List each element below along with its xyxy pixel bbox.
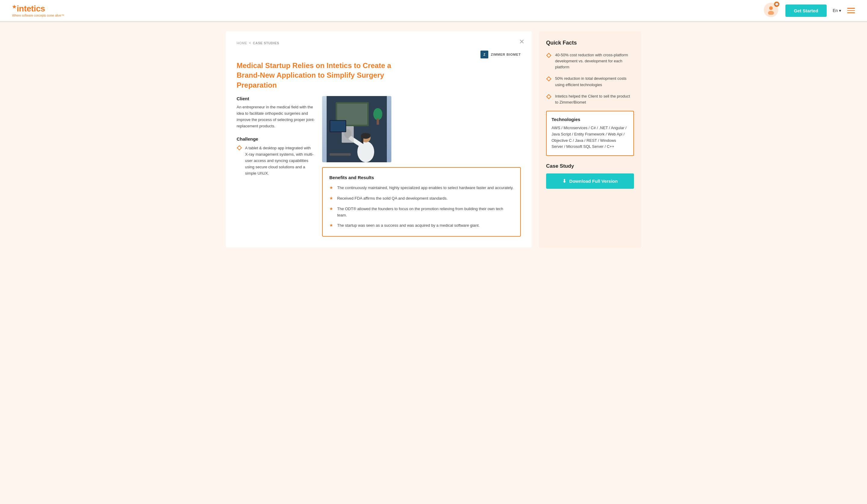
language-selector[interactable]: En ▾ (833, 8, 841, 13)
technologies-box: Technologies AWS / Microservices / C# / … (546, 111, 634, 156)
person-icon (766, 5, 776, 15)
benefit-item: ★ The startup was seen as a success and … (329, 223, 514, 229)
hamburger-line-2 (847, 10, 855, 11)
hamburger-line-3 (847, 12, 855, 13)
client-challenge-col: Client An entrepreneur in the medical fi… (237, 96, 315, 237)
main-content: HOME < CASE STUDIES ✕ Z ZIMMER BIOMET Me… (0, 22, 867, 504)
quick-facts-heading: Quick Facts (546, 40, 634, 46)
hamburger-line-1 (847, 8, 855, 9)
star-icon: ★ (329, 185, 334, 190)
client-text: An entrepreneur in the medical field wit… (237, 104, 315, 129)
chat-avatar[interactable]: 💬 (764, 3, 779, 18)
svg-rect-19 (547, 77, 551, 81)
challenge-heading: Challenge (237, 136, 315, 141)
get-started-button[interactable]: Get Started (785, 4, 827, 17)
challenge-section: Challenge A tablet & desktop app integra… (237, 136, 315, 176)
benefits-box: Benefits and Results ★ The continuously … (322, 167, 521, 237)
logo-text: ★intetics (12, 4, 64, 13)
site-header: ★intetics Where software concepts come a… (0, 0, 867, 22)
close-button[interactable]: ✕ (519, 39, 524, 45)
avatar-circle: 💬 (764, 3, 778, 17)
download-icon: ⬇ (562, 178, 566, 184)
fact-item: Intetics helped the Client to sell the p… (546, 93, 634, 105)
svg-point-16 (373, 108, 382, 120)
fact-text: 40-50% cost reduction with cross-platfor… (555, 52, 634, 70)
benefit-text: Received FDA affirms the solid QA and de… (337, 195, 448, 202)
svg-rect-14 (330, 121, 345, 131)
benefit-text: The continuously maintained, highly spec… (337, 185, 514, 191)
header-actions: 💬 Get Started En ▾ (764, 3, 855, 18)
technologies-text: AWS / Microservices / C# / .NET / Angula… (552, 125, 629, 150)
client-section: Client An entrepreneur in the medical fi… (237, 96, 315, 129)
case-study-section: Case Study ⬇ Download Full Version (546, 163, 634, 189)
zimmer-logo-row: Z ZIMMER BIOMET (237, 51, 521, 58)
image-benefits-col: Benefits and Results ★ The continuously … (322, 96, 521, 237)
benefit-text: The ODT® allowed the founders to focus o… (337, 206, 514, 218)
benefit-item: ★ Received FDA affirms the solid QA and … (329, 195, 514, 202)
star-icon: ★ (329, 206, 334, 211)
fact-item: 50% reduction in total development costs… (546, 76, 634, 88)
benefit-item: ★ The ODT® allowed the founders to focus… (329, 206, 514, 218)
right-panel: Quick Facts 40-50% cost reduction with c… (539, 31, 641, 247)
fact-text: 50% reduction in total development costs… (555, 76, 634, 88)
left-panel: HOME < CASE STUDIES ✕ Z ZIMMER BIOMET Me… (226, 31, 532, 247)
zimmer-badge: Z ZIMMER BIOMET (480, 51, 521, 58)
medical-image-svg (327, 96, 387, 162)
client-heading: Client (237, 96, 315, 101)
medical-image (322, 96, 392, 162)
benefit-text: The startup was seen as a success and wa… (337, 223, 480, 229)
diamond-icon (546, 53, 552, 58)
breadcrumb-current[interactable]: CASE STUDIES (253, 41, 279, 45)
svg-rect-15 (330, 153, 351, 156)
article-title: Medical Startup Relies on Intetics to Cr… (237, 61, 411, 90)
download-label: Download Full Version (569, 179, 618, 184)
download-full-version-button[interactable]: ⬇ Download Full Version (546, 173, 634, 189)
breadcrumb: HOME < CASE STUDIES (237, 41, 521, 45)
benefits-heading: Benefits and Results (329, 175, 514, 180)
fact-text: Intetics helped the Client to sell the p… (555, 93, 634, 105)
hamburger-menu[interactable] (847, 8, 855, 13)
quick-facts-list: 40-50% cost reduction with cross-platfor… (546, 52, 634, 105)
svg-rect-2 (237, 146, 242, 150)
logo[interactable]: ★intetics Where software concepts come a… (12, 4, 64, 17)
challenge-item: A tablet & desktop app integrated with X… (237, 145, 315, 176)
breadcrumb-separator: < (249, 41, 251, 45)
content-grid: HOME < CASE STUDIES ✕ Z ZIMMER BIOMET Me… (226, 31, 641, 247)
svg-rect-20 (547, 95, 551, 99)
breadcrumb-home[interactable]: HOME (237, 41, 247, 45)
challenge-text: A tablet & desktop app integrated with X… (245, 145, 315, 176)
svg-point-0 (769, 6, 773, 10)
article-body: Client An entrepreneur in the medical fi… (237, 96, 521, 237)
logo-star-icon: ★ (12, 4, 16, 9)
star-icon: ★ (329, 223, 334, 228)
zimmer-icon: Z (480, 51, 488, 58)
diamond-icon (546, 94, 552, 99)
svg-rect-17 (377, 119, 379, 125)
case-study-heading: Case Study (546, 163, 634, 169)
benefit-item: ★ The continuously maintained, highly sp… (329, 185, 514, 191)
diamond-icon (237, 145, 242, 151)
fact-item: 40-50% cost reduction with cross-platfor… (546, 52, 634, 70)
svg-rect-18 (547, 53, 551, 57)
chat-bubble-icon: 💬 (774, 1, 779, 7)
svg-point-1 (768, 11, 774, 15)
star-icon: ★ (329, 196, 334, 201)
logo-tagline: Where software concepts come alive™ (12, 14, 64, 17)
technologies-heading: Technologies (552, 117, 629, 122)
benefits-list: ★ The continuously maintained, highly sp… (329, 185, 514, 229)
language-label: En (833, 8, 838, 13)
diamond-icon (546, 76, 552, 82)
language-arrow-icon: ▾ (839, 8, 841, 13)
zimmer-label: ZIMMER BIOMET (491, 53, 521, 56)
